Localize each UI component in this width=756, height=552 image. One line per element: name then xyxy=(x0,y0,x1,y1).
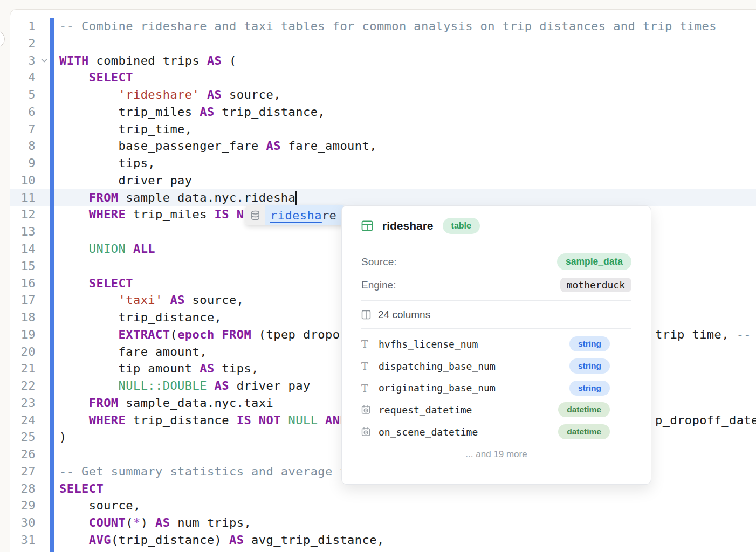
line-number: 1 xyxy=(0,18,36,35)
table-title: rideshare xyxy=(382,219,434,232)
line-number: 19 xyxy=(0,326,36,343)
autocomplete-match-text: ridesha xyxy=(270,209,322,222)
columns-count: 24 columns xyxy=(378,309,430,321)
column-name: originating_base_num xyxy=(379,382,569,394)
code-line: 3WITH combined_trips AS ( xyxy=(0,52,756,70)
code-text: WHERE trip_miles IS N xyxy=(59,206,244,223)
column-row: Toriginating_base_numstring xyxy=(361,377,631,399)
code-line: 32 AVG(trip_time) AS avg_trip_time, xyxy=(0,549,756,552)
line-number: 11 xyxy=(0,189,36,206)
code-text: AVG(trip_time) AS avg_trip_time, xyxy=(59,549,325,552)
code-text-fragment: trip_time, -- xyxy=(655,326,751,343)
line-number: 22 xyxy=(0,377,36,395)
text-cursor xyxy=(295,191,297,205)
column-row: on_scene_datetimedatetime xyxy=(361,421,631,443)
code-text: base_passenger_fare AS fare_amount, xyxy=(59,137,377,155)
line-number: 29 xyxy=(0,497,36,514)
calendar-clock-icon xyxy=(361,427,379,437)
line-number: 5 xyxy=(0,86,36,104)
code-text: SELECT xyxy=(59,275,133,292)
column-list: Thvfhs_license_numstringTdispatching_bas… xyxy=(361,329,631,443)
code-text: UNION ALL xyxy=(59,240,155,258)
line-number: 16 xyxy=(0,275,36,292)
code-line: 9 tips, xyxy=(0,155,756,172)
code-text: 'taxi' AS source, xyxy=(59,292,244,309)
line-number: 28 xyxy=(0,480,36,498)
autocomplete-popup: rideshare xyxy=(245,205,346,225)
columns-count-row: 24 columns xyxy=(361,301,631,328)
column-name: request_datetime xyxy=(379,404,558,416)
column-name: hvfhs_license_num xyxy=(379,339,569,350)
code-line: 5 'rideshare' AS source, xyxy=(0,86,756,104)
line-number: 25 xyxy=(0,429,36,446)
code-text: ) xyxy=(59,429,67,446)
more-columns-text: ... and 19 more xyxy=(361,449,631,460)
columns-icon xyxy=(361,310,371,320)
code-text: tips, xyxy=(59,155,155,172)
code-text-fragment: p_dropoff_datet xyxy=(655,412,756,429)
line-number: 27 xyxy=(0,463,36,480)
code-text: FROM sample_data.nyc.ridesha xyxy=(59,189,295,206)
text-type-icon: T xyxy=(361,382,379,394)
line-number: 17 xyxy=(0,292,36,309)
code-text: SELECT xyxy=(59,480,104,498)
line-number: 31 xyxy=(0,532,36,549)
code-line: 1-- Combine rideshare and taxi tables fo… xyxy=(0,18,756,35)
line-number: 13 xyxy=(0,223,36,240)
code-text: -- Combine rideshare and taxi tables for… xyxy=(59,18,717,35)
column-row: Tdispatching_base_numstring xyxy=(361,355,631,377)
line-number: 24 xyxy=(0,412,36,429)
line-number: 23 xyxy=(0,395,36,412)
line-number: 4 xyxy=(0,69,36,86)
line-number: 10 xyxy=(0,172,36,189)
line-number: 18 xyxy=(0,309,36,326)
table-info-card: rideshare table Source: sample_data Engi… xyxy=(341,205,651,485)
code-text: COUNT(*) AS num_trips, xyxy=(59,514,251,532)
code-line: 10 driver_pay xyxy=(0,172,756,189)
engine-row: Engine: motherduck xyxy=(361,273,631,296)
table-card-header: rideshare table xyxy=(361,206,631,246)
line-number: 7 xyxy=(0,121,36,138)
code-line: 30 COUNT(*) AS num_trips, xyxy=(0,514,756,532)
column-name: dispatching_base_num xyxy=(379,361,569,372)
line-number: 2 xyxy=(0,35,36,52)
line-number: 9 xyxy=(0,155,36,172)
autocomplete-rest-text: re xyxy=(322,209,336,222)
line-number: 32 xyxy=(0,549,36,552)
calendar-clock-icon xyxy=(361,405,379,415)
database-icon xyxy=(245,205,265,225)
code-text: fare_amount, xyxy=(59,343,207,361)
column-type-badge: string xyxy=(569,358,610,374)
code-line: 4 SELECT xyxy=(0,69,756,86)
code-text: trip_miles AS trip_distance, xyxy=(59,104,325,121)
code-text: FROM sample_data.nyc.taxi xyxy=(59,395,273,412)
code-text: trip_time, xyxy=(59,121,193,138)
code-text: NULL::DOUBLE AS driver_pay xyxy=(59,377,311,395)
line-number: 6 xyxy=(0,104,36,121)
code-text: tip_amount AS tips, xyxy=(59,360,259,377)
source-badge: sample_data xyxy=(557,253,631,270)
code-text: EXTRACT(epoch FROM (tpep_dropof xyxy=(59,326,347,343)
code-line: 29 source, xyxy=(0,497,756,514)
code-text: -- Get summary statistics and average t xyxy=(59,463,347,480)
code-text: 'rideshare' AS source, xyxy=(59,86,281,104)
column-type-badge: datetime xyxy=(558,424,610,439)
code-text: WHERE trip_distance IS NOT NULL AND xyxy=(59,412,347,429)
code-line: 7 trip_time, xyxy=(0,121,756,138)
column-type-badge: string xyxy=(569,336,610,351)
line-number: 14 xyxy=(0,240,36,258)
line-number: 26 xyxy=(0,446,36,463)
code-text: WITH combined_trips AS ( xyxy=(59,52,237,70)
code-text: source, xyxy=(59,497,141,514)
code-text: trip_distance, xyxy=(59,309,222,326)
column-type-badge: string xyxy=(569,381,610,396)
column-row: Thvfhs_license_numstring xyxy=(361,333,631,355)
autocomplete-item-rideshare[interactable]: rideshare xyxy=(265,205,346,225)
fold-chevron-icon[interactable] xyxy=(39,52,50,70)
column-name: on_scene_datetime xyxy=(379,426,558,438)
line-number: 15 xyxy=(0,258,36,275)
app-window: 1-- Combine rideshare and taxi tables fo… xyxy=(0,0,756,552)
table-type-badge: table xyxy=(443,218,480,234)
text-type-icon: T xyxy=(361,360,379,372)
code-line: 8 base_passenger_fare AS fare_amount, xyxy=(0,137,756,155)
